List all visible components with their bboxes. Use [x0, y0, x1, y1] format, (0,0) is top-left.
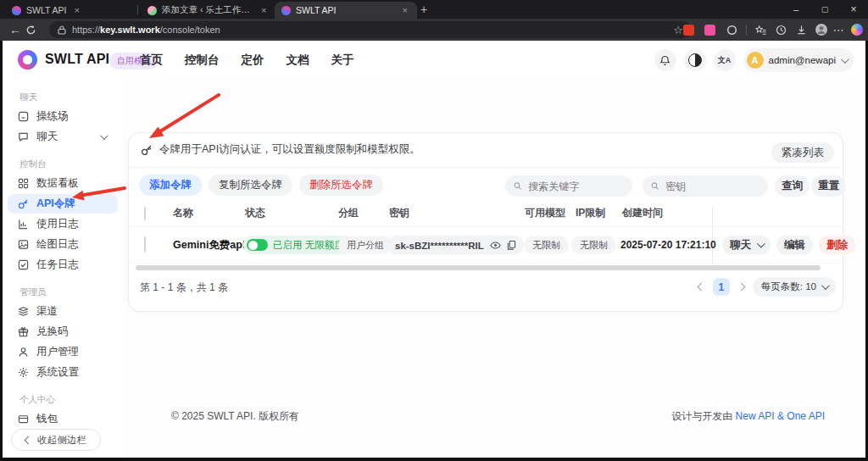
- sidebar-item-chat[interactable]: 聊天: [8, 127, 118, 147]
- browser-toolbar: ← https://key.swlt.work/console/token ☆ …: [0, 19, 868, 41]
- browser-tab-3-active[interactable]: SWLT API ×: [275, 2, 417, 19]
- sidebar-item-redeem-codes[interactable]: 兑换码: [8, 322, 118, 342]
- next-page-icon[interactable]: [737, 283, 745, 292]
- horizontal-scrollbar[interactable]: [136, 265, 821, 270]
- top-nav: 首页 控制台 定价 文档 关于: [140, 41, 354, 80]
- browser-tab-1[interactable]: SWLT API ×: [5, 2, 144, 19]
- user-avatar: A: [747, 52, 764, 69]
- col-ip: IP限制: [576, 206, 605, 220]
- back-icon[interactable]: ←: [5, 23, 25, 36]
- refresh-icon[interactable]: [25, 25, 46, 36]
- sidebar-group-admin: 管理员: [19, 286, 123, 298]
- url-text: https://key.swlt.work/console/token: [72, 25, 220, 35]
- more-menu-icon[interactable]: ⋯: [829, 21, 848, 38]
- nav-docs[interactable]: 文档: [287, 53, 309, 68]
- chat-action-button[interactable]: 聊天: [722, 236, 771, 255]
- tab-close-icon[interactable]: ×: [259, 5, 269, 16]
- tab-title: SWLT API: [296, 5, 336, 15]
- nav-console[interactable]: 控制台: [185, 53, 220, 68]
- swlt-logo-icon[interactable]: [18, 50, 37, 69]
- window-close-button[interactable]: ×: [839, 0, 868, 19]
- app-header: SWLT API 自用模式 首页 控制台 定价 文档 关于 文A A admin…: [3, 41, 865, 81]
- new-api-link[interactable]: New API: [736, 410, 775, 422]
- enabled-toggle[interactable]: [247, 239, 268, 251]
- keyword-search-input[interactable]: [505, 175, 632, 197]
- sidebar: 聊天 操练场 聊天 控制台 数据看板 API令牌 使用日志 绘图日志: [3, 80, 123, 458]
- notifications-bell-icon[interactable]: [654, 49, 676, 71]
- sidebar-item-playground[interactable]: 操练场: [8, 107, 118, 126]
- window-maximize-button[interactable]: ▢: [810, 0, 839, 19]
- nav-about[interactable]: 关于: [331, 53, 354, 68]
- credits-text: 设计与开发由 New API & One API: [671, 409, 825, 424]
- user-email: admin@newapi: [769, 55, 836, 65]
- add-token-button[interactable]: 添加令牌: [139, 175, 202, 196]
- sidebar-item-user-management[interactable]: 用户管理: [8, 342, 118, 362]
- lock-icon: [58, 25, 66, 35]
- edit-action-button[interactable]: 编辑: [776, 236, 813, 255]
- sidebar-item-system-settings[interactable]: 系统设置: [8, 363, 118, 382]
- copy-selected-button[interactable]: 复制所选令牌: [209, 175, 292, 196]
- nav-home[interactable]: 首页: [140, 53, 163, 68]
- page-size-select[interactable]: 每页条数: 10: [753, 277, 836, 297]
- nav-pricing[interactable]: 定价: [242, 53, 264, 68]
- status-badge[interactable]: 已启用 无限额度: [243, 236, 353, 254]
- window-minimize-button[interactable]: –: [782, 0, 810, 19]
- extension-icon-gray[interactable]: [722, 21, 741, 38]
- created-time: 2025-07-20 17:21:10: [620, 239, 716, 251]
- page: SWLT API 自用模式 首页 控制台 定价 文档 关于 文A A admin…: [3, 41, 865, 458]
- layers-icon: [18, 306, 29, 317]
- downloads-icon[interactable]: [792, 21, 810, 38]
- sidebar-item-wallet[interactable]: 钱包: [8, 409, 118, 429]
- sidebar-item-drawing-logs[interactable]: 绘图日志: [8, 235, 118, 254]
- sidebar-item-task-logs[interactable]: 任务日志: [8, 255, 118, 275]
- tab-close-icon[interactable]: ×: [71, 5, 81, 16]
- delete-selected-button[interactable]: 删除所选令牌: [299, 175, 383, 196]
- tab-title: SWLT API: [26, 5, 66, 15]
- chevron-down-icon: [841, 55, 849, 64]
- eye-icon[interactable]: [490, 241, 501, 249]
- sidebar-item-api-tokens[interactable]: API令牌: [8, 194, 118, 214]
- favorites-icon[interactable]: [751, 21, 770, 38]
- language-translate-icon[interactable]: 文A: [714, 49, 736, 71]
- prev-page-icon[interactable]: [697, 283, 705, 292]
- swlt-favicon: [12, 6, 21, 15]
- user-menu[interactable]: A admin@newapi: [743, 48, 854, 72]
- browser-tab-2[interactable]: 添加文章 ‹ 乐土工作室 — WordPr ×: [141, 2, 281, 19]
- col-group: 分组: [338, 206, 359, 220]
- collapse-sidebar-button[interactable]: 收起侧边栏: [11, 429, 101, 451]
- sidebar-item-channels[interactable]: 渠道: [8, 302, 118, 321]
- row-checkbox[interactable]: [144, 237, 146, 253]
- tab-close-icon[interactable]: ×: [400, 5, 410, 16]
- history-icon[interactable]: [771, 21, 790, 38]
- extension-icon-pink[interactable]: [704, 25, 715, 36]
- token-key: sk-sBZI**********RIL: [387, 236, 524, 255]
- current-page-button[interactable]: 1: [713, 278, 730, 296]
- toolbar-divider: [746, 25, 747, 35]
- compact-list-button[interactable]: 紧凑列表: [771, 142, 834, 163]
- key-search-input[interactable]: [643, 175, 768, 197]
- select-all-checkbox[interactable]: [144, 208, 146, 219]
- col-created: 创建时间: [622, 206, 663, 220]
- copy-icon[interactable]: [507, 240, 516, 250]
- chat-bubble-icon: [18, 131, 29, 142]
- address-bar[interactable]: https://key.swlt.work/console/token ☆: [49, 21, 692, 38]
- copilot-icon[interactable]: [848, 21, 866, 38]
- search-icon: [514, 181, 521, 191]
- query-button[interactable]: 查询: [775, 175, 810, 197]
- theme-toggle-icon[interactable]: [684, 49, 706, 71]
- one-api-link[interactable]: One API: [787, 410, 825, 422]
- bookmark-star-icon[interactable]: ☆: [673, 24, 683, 36]
- browser-profile-avatar[interactable]: [812, 21, 831, 38]
- table-header: 名称 状态 分组 密钥 可用模型 IP限制 创建时间: [129, 206, 843, 226]
- sidebar-item-usage-logs[interactable]: 使用日志: [8, 214, 118, 234]
- delete-action-button[interactable]: 删除: [819, 236, 855, 255]
- new-tab-button[interactable]: +: [415, 3, 432, 16]
- chevron-down-icon: [757, 240, 765, 248]
- playground-icon: [18, 111, 29, 122]
- sidebar-item-dashboard[interactable]: 数据看板: [8, 174, 118, 193]
- key-icon: [141, 144, 153, 156]
- extension-icon-red[interactable]: [683, 25, 694, 36]
- reset-button[interactable]: 重置: [811, 175, 846, 197]
- key-icon: [18, 198, 29, 209]
- brand-title: SWLT API: [45, 52, 109, 67]
